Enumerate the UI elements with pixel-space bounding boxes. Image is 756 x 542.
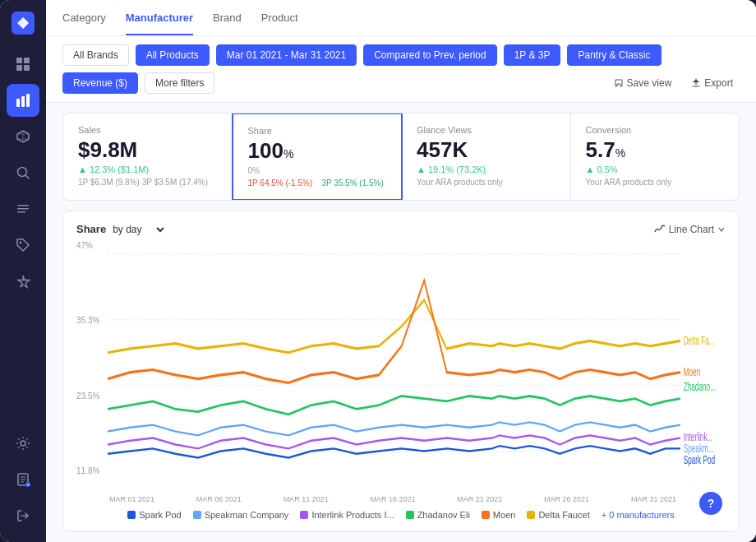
save-view-button[interactable]: Save view (607, 74, 679, 92)
svg-rect-10 (17, 208, 29, 210)
chart-svg: Delta Fa... Moen Zhadano... Interlink...… (108, 241, 726, 503)
metric-conversion: Conversion 5.7% 0.5% Your ARA products o… (571, 113, 740, 200)
tab-product[interactable]: Product (261, 12, 298, 35)
sidebar-item-search[interactable] (7, 156, 39, 189)
filter-bar: All Brands All Products Mar 01 2021 - Ma… (46, 36, 756, 103)
sidebar-item-star[interactable] (7, 265, 39, 298)
legend-speakman: Speakman Company (193, 510, 289, 520)
sidebar-item-list[interactable] (7, 192, 39, 225)
metric-glance-views: Glance Views 457K 19.1% (73.2K) Your ARA… (402, 113, 571, 200)
metric-conversion-sub: Your ARA products only (586, 178, 725, 187)
svg-point-13 (21, 441, 25, 446)
legend-spark-pod: Spark Pod (127, 510, 181, 520)
y-axis-labels: 47% 35.3% 23.5% 11.8% (76, 241, 99, 479)
svg-text:Delta Fa...: Delta Fa... (684, 333, 715, 346)
chart-area: 47% 35.3% 23.5% 11.8% (76, 241, 726, 503)
sidebar-item-analytics[interactable] (7, 84, 39, 117)
legend-dot-spark-pod (127, 511, 136, 519)
metric-share-value: 100% (248, 139, 387, 163)
svg-rect-1 (16, 58, 22, 63)
main-content: Category Manufacturer Brand Product All … (46, 0, 756, 542)
filter-all-products[interactable]: All Products (136, 44, 210, 66)
metrics-row: Sales $9.8M 12.3% ($1.1M) 1P $6.3M (9.8%… (62, 113, 740, 201)
filter-date-range[interactable]: Mar 01 2021 - Mar 31 2021 (216, 44, 357, 66)
metric-sales-sub: 1P $6.3M (9.8%) 3P $3.5M (17.4%) (78, 178, 217, 187)
tab-category[interactable]: Category (62, 12, 106, 35)
sidebar-item-docs[interactable] (7, 463, 39, 496)
legend-dot-zhadanov (406, 511, 414, 519)
legend-dot-moen (482, 511, 490, 519)
metric-share-label: Share (248, 126, 387, 136)
legend-more-manufacturers[interactable]: + 0 manufacturers (602, 510, 675, 520)
help-button[interactable]: ? (699, 492, 722, 515)
sidebar-item-grid[interactable] (7, 48, 39, 81)
filter-pantry[interactable]: Pantry & Classic (567, 44, 661, 66)
svg-rect-11 (17, 211, 25, 213)
legend-moen: Moen (482, 510, 516, 520)
metric-conversion-change: 0.5% (586, 164, 725, 174)
chart-type-button[interactable]: Line Chart (654, 224, 726, 235)
chart-title: Share by day by week by month (76, 223, 167, 236)
svg-rect-2 (24, 58, 30, 63)
chart-group-by-select[interactable]: by day by week by month (109, 223, 167, 236)
filter-all-brands[interactable]: All Brands (62, 44, 129, 66)
chart-header: Share by day by week by month Line Chart (76, 223, 726, 236)
sidebar-item-tag[interactable] (7, 229, 39, 262)
legend-delta: Delta Faucet (527, 510, 589, 520)
sidebar (0, 0, 46, 542)
svg-rect-7 (26, 94, 30, 107)
metric-sales: Sales $9.8M 12.3% ($1.1M) 1P $6.3M (9.8%… (63, 113, 233, 200)
filter-1p-3p[interactable]: 1P & 3P (504, 44, 561, 66)
top-nav: Category Manufacturer Brand Product (46, 0, 756, 36)
metric-sales-change: 12.3% ($1.1M) (78, 164, 217, 174)
tab-manufacturer[interactable]: Manufacturer (126, 12, 193, 35)
sidebar-item-cube[interactable] (7, 120, 39, 153)
sidebar-item-settings[interactable] (7, 427, 39, 460)
metric-glance-sub: Your ARA products only (417, 178, 555, 187)
export-button[interactable]: Export (685, 74, 740, 92)
legend-interlink: Interlink Products I... (300, 510, 394, 520)
filter-revenue[interactable]: Revenue ($) (62, 72, 138, 94)
metric-conversion-value: 5.7% (586, 138, 725, 162)
metric-conversion-label: Conversion (586, 125, 725, 135)
metric-sales-value: $9.8M (78, 138, 217, 162)
legend-dot-speakman (193, 511, 201, 519)
filter-more[interactable]: More filters (145, 72, 214, 94)
svg-rect-6 (21, 96, 25, 107)
svg-rect-9 (17, 205, 29, 206)
legend-zhadanov: Zhadanov Eli (406, 510, 470, 520)
legend-dot-delta (527, 511, 535, 519)
metric-sales-label: Sales (78, 125, 217, 135)
x-axis-labels: MAR 01 2021 MAR 06 2021 MAR 11 2021 MAR … (109, 495, 676, 503)
metric-glance-change: 19.1% (73.2K) (417, 164, 555, 174)
metric-glance-label: Glance Views (417, 125, 555, 135)
svg-rect-5 (16, 99, 20, 107)
tabs: Category Manufacturer Brand Product (62, 12, 740, 35)
svg-rect-4 (24, 65, 30, 71)
chart-section: Share by day by week by month Line Chart (62, 211, 740, 532)
legend-dot-interlink (300, 511, 308, 519)
svg-rect-3 (16, 65, 22, 71)
logo (10, 10, 36, 36)
metric-share-sub: 1P 64.5% (-1.5%) 3P 35.5% (1.5%) (248, 178, 387, 188)
chart-legend: Spark Pod Speakman Company Interlink Pro… (76, 503, 726, 520)
sidebar-item-logout[interactable] (7, 499, 39, 532)
tab-brand[interactable]: Brand (213, 12, 242, 35)
filter-compared-period[interactable]: Compared to Prev. period (363, 44, 497, 66)
svg-text:Zhadano...: Zhadano... (684, 379, 716, 392)
metric-glance-value: 457K (417, 138, 555, 162)
metric-share-secondary: 0% (248, 166, 387, 175)
svg-point-12 (20, 242, 22, 244)
svg-text:Moen: Moen (684, 365, 701, 378)
svg-text:Spark Pod: Spark Pod (684, 453, 715, 466)
metric-share: Share 100% 0% 1P 64.5% (-1.5%) 3P 35.5% … (232, 113, 403, 201)
